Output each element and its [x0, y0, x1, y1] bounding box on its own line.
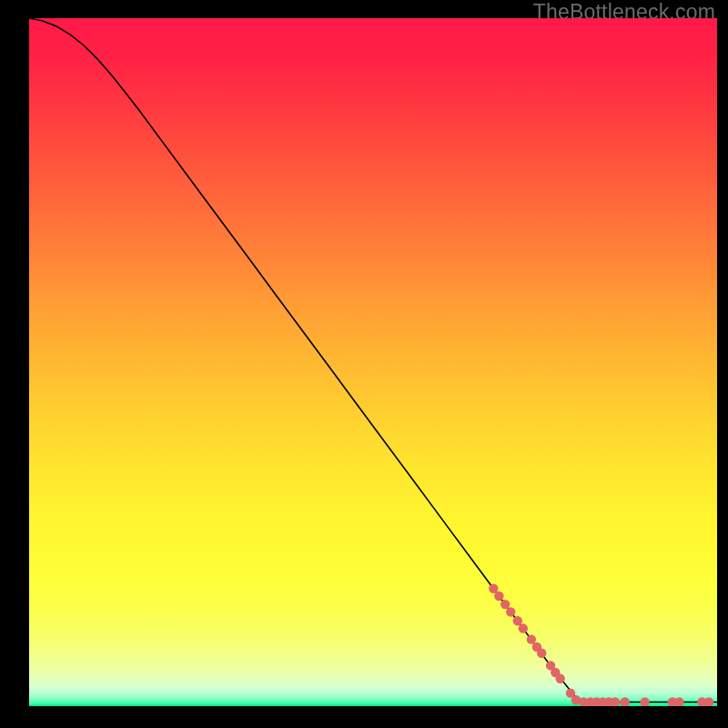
highlight-dot: [494, 592, 503, 601]
highlight-dot: [527, 634, 536, 643]
highlight-dot: [555, 674, 564, 683]
plot-background: [29, 18, 717, 706]
highlight-dot: [489, 584, 498, 593]
highlight-dot: [500, 600, 510, 609]
bottleneck-chart: [29, 18, 717, 706]
highlight-dot: [537, 649, 546, 658]
highlight-dot: [506, 607, 515, 616]
chart-stage: TheBottleneck.com: [0, 0, 728, 728]
highlight-dot: [519, 623, 528, 632]
highlight-dot: [513, 616, 522, 625]
